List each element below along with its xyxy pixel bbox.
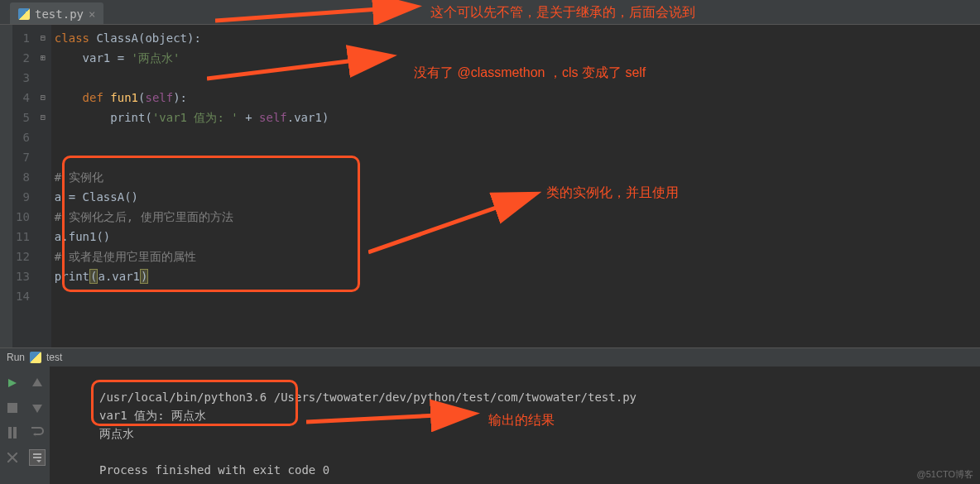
line-number: 8 <box>16 167 30 187</box>
svg-rect-1 <box>7 403 17 413</box>
scroll-up-button[interactable] <box>29 375 46 391</box>
file-tab[interactable]: test.py × <box>10 2 103 24</box>
console-line: /usr/local/bin/python3.6 /Users/twowater… <box>99 391 637 404</box>
line-number: 9 <box>16 187 30 207</box>
line-number: 6 <box>16 127 30 147</box>
tab-filename: test.py <box>35 7 84 21</box>
scroll-to-end-button[interactable] <box>29 449 46 466</box>
line-number: 1 <box>16 28 30 48</box>
line-number: 2 <box>16 48 30 68</box>
watermark: @51CTO博客 <box>917 468 973 481</box>
line-number: 5 <box>16 108 30 127</box>
annotation-text: 这个可以先不管，是关于继承的，后面会说到 <box>430 4 695 22</box>
line-numbers: 1 2 3 4 5 6 7 8 9 10 11 12 13 14 <box>12 25 35 347</box>
close-tab-icon[interactable]: × <box>89 7 95 21</box>
run-config-name: test <box>46 352 62 363</box>
line-number: 11 <box>16 227 30 247</box>
console-line: var1 值为: 两点水 <box>99 409 206 422</box>
run-header: Run test <box>0 348 980 367</box>
svg-rect-2 <box>8 427 12 438</box>
fold-column: ⊟⊞ ⊟⊟ <box>35 25 51 347</box>
line-number: 4 <box>16 88 30 108</box>
annotation-text: 没有了 @classmethon ，cls 变成了 self <box>414 65 646 82</box>
python-icon <box>30 352 41 363</box>
line-number: 10 <box>16 207 30 227</box>
svg-marker-6 <box>32 378 42 386</box>
console-line: 两点水 <box>99 427 134 440</box>
run-toolbar-center <box>25 367 50 484</box>
soft-wrap-button[interactable] <box>29 424 46 441</box>
line-number: 13 <box>16 266 30 286</box>
pause-button[interactable] <box>4 424 21 441</box>
run-label: Run <box>7 352 25 363</box>
rerun-button[interactable] <box>4 375 21 391</box>
stop-button[interactable] <box>4 400 21 416</box>
annotation-text: 输出的结果 <box>488 412 555 429</box>
svg-rect-3 <box>13 427 17 438</box>
python-icon <box>18 8 30 20</box>
close-panel-button[interactable] <box>4 449 21 466</box>
svg-marker-0 <box>8 379 17 387</box>
svg-marker-7 <box>32 405 42 413</box>
line-number: 12 <box>16 247 30 266</box>
console-line: Process finished with exit code 0 <box>99 463 329 477</box>
line-number: 7 <box>16 147 30 167</box>
line-number: 3 <box>16 68 30 88</box>
annotation-text: 类的实例化，并且使用 <box>546 184 679 202</box>
scroll-down-button[interactable] <box>29 400 46 416</box>
left-gutter <box>0 25 12 347</box>
run-toolbar-left <box>0 367 25 484</box>
line-number: 14 <box>16 286 30 306</box>
